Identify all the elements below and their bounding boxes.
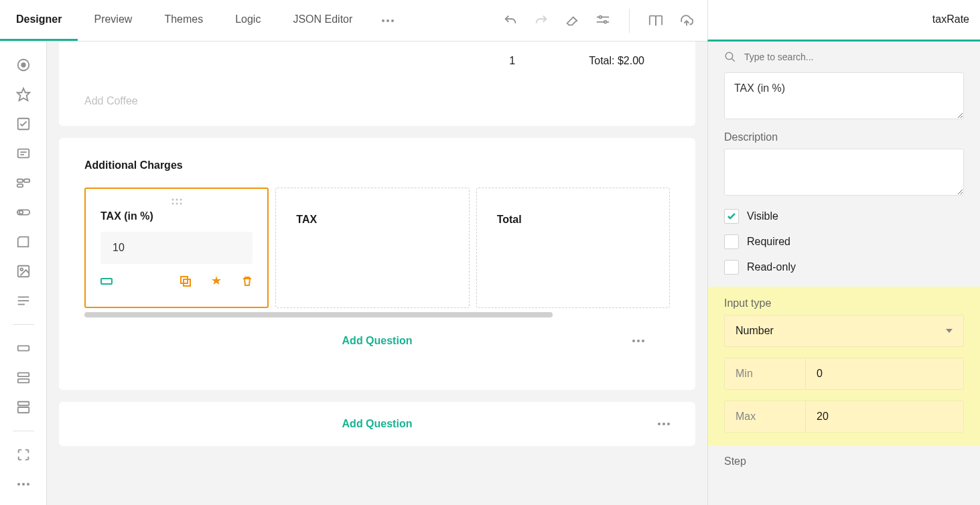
comment-icon[interactable]	[16, 293, 31, 308]
radio-icon[interactable]	[16, 58, 31, 72]
panel-title[interactable]: Additional Charges	[84, 159, 670, 171]
field-label[interactable]: Total	[497, 214, 522, 226]
svg-point-35	[22, 483, 25, 486]
svg-point-3	[600, 15, 602, 18]
more-icon[interactable]	[16, 477, 31, 492]
svg-rect-43	[101, 279, 112, 284]
tabs-more-icon[interactable]	[368, 19, 407, 22]
svg-point-50	[658, 423, 660, 425]
svg-point-40	[171, 203, 173, 205]
input-type-icon[interactable]	[100, 277, 113, 286]
visible-checkbox[interactable]: Visible	[724, 209, 964, 224]
cloud-upload-icon[interactable]	[679, 13, 694, 28]
svg-point-48	[637, 340, 640, 342]
svg-point-39	[180, 199, 182, 201]
page-menu-icon[interactable]	[658, 423, 670, 425]
input-type-select[interactable]: Number	[724, 315, 964, 347]
svg-rect-31	[17, 379, 29, 383]
svg-point-34	[17, 483, 20, 486]
search-input[interactable]	[744, 52, 964, 62]
required-icon[interactable]	[211, 276, 222, 287]
description-textarea[interactable]	[724, 149, 964, 196]
dropdown-icon[interactable]	[16, 146, 31, 161]
svg-rect-20	[17, 184, 22, 188]
min-input[interactable]	[805, 358, 963, 389]
svg-point-36	[27, 483, 29, 486]
add-coffee-placeholder[interactable]: Add Coffee	[84, 95, 670, 107]
tabs: Designer Preview Themes Logic JSON Edito…	[0, 0, 407, 41]
tab-preview[interactable]: Preview	[78, 0, 148, 41]
readonly-checkbox[interactable]: Read-only	[724, 260, 964, 275]
panel-coffee[interactable]: 1 Total: $2.00 Add Coffee	[59, 42, 695, 126]
multipletext-icon[interactable]	[16, 370, 31, 385]
title-textarea[interactable]	[724, 72, 964, 119]
svg-rect-32	[17, 402, 29, 406]
checkbox-label: Visible	[747, 210, 778, 222]
add-question-button[interactable]: Add Question	[342, 335, 413, 347]
book-icon[interactable]	[648, 13, 663, 28]
svg-line-54	[731, 58, 735, 62]
checkbox-icon[interactable]	[16, 117, 31, 131]
horizontal-scrollbar[interactable]	[84, 312, 553, 317]
add-question-card[interactable]: Add Question	[59, 402, 695, 446]
tab-logic[interactable]: Logic	[219, 0, 277, 41]
eraser-icon[interactable]	[565, 13, 579, 28]
svg-point-42	[180, 203, 182, 205]
panel-icon[interactable]	[16, 400, 31, 415]
expand-icon[interactable]	[16, 447, 31, 462]
search-row	[708, 42, 980, 72]
field-label[interactable]: TAX (in %)	[100, 210, 253, 222]
svg-point-2	[391, 19, 394, 22]
svg-point-37	[171, 199, 173, 201]
min-label: Min	[725, 358, 805, 389]
checkbox-icon	[724, 260, 739, 275]
duplicate-icon[interactable]	[180, 276, 191, 287]
design-canvas[interactable]: 1 Total: $2.00 Add Coffee Additional Cha…	[47, 42, 707, 505]
panel-menu-icon[interactable]	[632, 340, 644, 342]
divider	[13, 324, 34, 325]
required-checkbox[interactable]: Required	[724, 234, 964, 249]
max-label: Max	[725, 401, 805, 432]
divider	[13, 431, 34, 431]
svg-rect-19	[23, 179, 29, 183]
svg-point-49	[642, 340, 644, 342]
tagbox-icon[interactable]	[16, 175, 31, 190]
topbar-actions	[503, 9, 707, 33]
svg-point-6	[604, 21, 607, 23]
max-row: Max	[724, 401, 964, 433]
field-label[interactable]: TAX	[296, 214, 317, 226]
tab-themes[interactable]: Themes	[148, 0, 219, 41]
delete-icon[interactable]	[242, 276, 253, 287]
min-row: Min	[724, 358, 964, 390]
svg-rect-28	[17, 346, 29, 350]
properties-panel: Description Visible Required Read-only I…	[707, 42, 980, 505]
field-value-input[interactable]	[100, 232, 253, 264]
field-tax-rate[interactable]: TAX (in %)	[84, 188, 269, 308]
field-tax[interactable]: TAX	[275, 188, 469, 308]
svg-point-47	[632, 340, 635, 342]
svg-marker-13	[17, 88, 29, 100]
add-question-button[interactable]: Add Question	[342, 418, 413, 430]
boolean-icon[interactable]	[16, 205, 31, 220]
checkbox-icon	[724, 209, 739, 224]
rating-icon[interactable]	[16, 87, 31, 102]
max-input[interactable]	[805, 401, 963, 432]
count-value: 1	[509, 55, 515, 67]
svg-rect-30	[17, 373, 29, 377]
input-type-label: Input type	[724, 297, 964, 309]
text-icon[interactable]	[16, 341, 31, 356]
step-label: Step	[724, 455, 964, 467]
panel-additional-charges[interactable]: Additional Charges TAX (in %)	[59, 138, 695, 390]
tab-json-editor[interactable]: JSON Editor	[277, 0, 368, 41]
image-icon[interactable]	[16, 264, 31, 279]
drag-handle-icon[interactable]	[100, 198, 253, 205]
field-total[interactable]: Total	[476, 188, 670, 308]
tab-designer[interactable]: Designer	[0, 0, 78, 41]
svg-point-38	[176, 199, 178, 201]
undo-icon[interactable]	[503, 13, 518, 28]
file-icon[interactable]	[16, 234, 31, 249]
checkbox-label: Read-only	[747, 261, 796, 273]
search-icon	[724, 51, 736, 63]
settings-icon[interactable]	[596, 13, 610, 28]
highlighted-section: Input type Number Min Max	[708, 287, 980, 446]
